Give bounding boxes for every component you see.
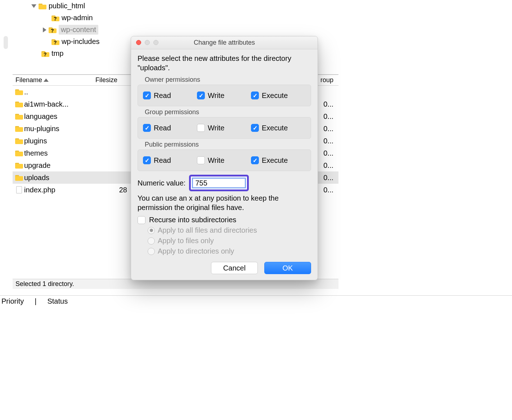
window-controls [136,40,158,45]
folder-icon [15,162,23,169]
numeric-value-label: Numeric value: [138,179,185,187]
folder-icon [15,174,23,181]
tree-label: wp-admin [62,14,93,22]
perm-label: Read [154,124,171,132]
folder-icon [39,3,46,9]
recurse-option-label: Apply to directories only [158,247,234,255]
numeric-value-hint: You can use an x at any position to keep… [138,193,311,212]
minimize-window-button [145,40,150,45]
tree-row-tmp[interactable]: ? tmp [13,48,135,59]
cancel-button[interactable]: Cancel [211,262,258,274]
dialog-title: Change file attributes [131,39,318,46]
dialog-body: Please select the new attributes for the… [131,49,318,280]
column-label: Filename [15,76,42,84]
button-label: OK [283,264,293,272]
tree-label: wp-content [59,25,98,35]
folder-icon [15,113,23,120]
column-header-status[interactable]: Status [47,297,68,305]
tree-row-wp-includes[interactable]: ? wp-includes [13,36,135,48]
file-icon [16,186,22,193]
recurse-option-label: Apply to files only [158,237,214,245]
recurse-options: Apply to all files and directories Apply… [148,226,311,255]
folder-unknown-icon: ? [49,27,57,33]
perm-label: Execute [262,91,288,100]
owner-permissions-label: Owner permissions [145,76,311,84]
recurse-checkbox[interactable] [138,216,145,224]
perm-label: Execute [262,156,288,165]
file-name: upgrade [24,161,95,170]
public-execute-checkbox[interactable] [251,156,259,164]
pane-grip[interactable] [4,36,8,49]
file-name: uploads [24,174,95,182]
file-name: index.php [24,186,95,194]
chevron-down-icon[interactable] [31,4,36,8]
owner-permissions-box: Read Write Execute [138,85,311,106]
file-name: languages [24,112,95,121]
owner-write-checkbox[interactable] [197,91,205,99]
folder-icon [15,138,23,144]
file-name: ai1wm-back... [24,100,95,108]
tree-label: wp-includes [62,37,100,46]
chevron-right-icon[interactable] [43,27,46,32]
public-permissions-box: Read Write Execute [138,149,311,171]
numeric-value-highlight [189,175,249,191]
status-strip: Selected 1 directory. [13,279,338,289]
recurse-label: Recurse into subdirectories [149,216,236,224]
recurse-option-label: Apply to all files and directories [158,226,257,234]
folder-icon [15,125,23,132]
button-label: Cancel [223,264,246,272]
file-name: mu-plugins [24,125,95,133]
folder-unknown-icon: ? [51,15,59,21]
dialog-prompt: Please select the new attributes for the… [138,54,311,72]
folder-unknown-icon: ? [51,39,59,45]
recurse-option-dirs-radio [148,248,155,255]
group-read-checkbox[interactable] [143,124,151,132]
public-write-checkbox[interactable] [197,156,205,164]
change-attributes-dialog: Change file attributes Please select the… [131,36,318,280]
ok-button[interactable]: OK [264,262,311,274]
folder-icon [15,150,23,156]
status-text: Selected 1 directory. [15,280,74,287]
tree-row-wp-admin[interactable]: ? wp-admin [13,12,135,24]
group-permissions-box: Read Write Execute [138,117,311,139]
group-permissions-label: Group permissions [145,108,311,116]
owner-read-checkbox[interactable] [143,91,151,99]
group-write-checkbox[interactable] [197,124,205,132]
perm-label: Write [208,156,224,165]
numeric-value-input[interactable] [192,178,246,188]
column-label: Filesize [95,76,117,84]
perm-label: Execute [262,124,288,132]
owner-execute-checkbox[interactable] [251,91,259,99]
folder-unknown-icon: ? [41,50,49,57]
directory-tree: public_html ? wp-admin ? wp-content ? wp… [13,0,135,59]
dialog-buttons: Cancel OK [138,262,311,274]
numeric-value-row: Numeric value: [138,175,311,191]
file-name: plugins [24,137,95,145]
dialog-titlebar[interactable]: Change file attributes [131,36,318,49]
folder-icon [15,101,23,107]
group-execute-checkbox[interactable] [251,124,259,132]
perm-label: Read [154,156,171,165]
file-name: themes [24,149,95,157]
tree-row-wp-content[interactable]: ? wp-content [13,24,135,36]
tree-row-public-html[interactable]: public_html [13,0,135,12]
recurse-option-files-radio [148,237,155,245]
public-read-checkbox[interactable] [143,156,151,164]
column-header-filesize[interactable]: Filesize [95,76,131,84]
folder-icon [15,89,23,95]
perm-label: Read [154,91,171,100]
perm-label: Write [208,124,224,132]
public-permissions-label: Public permissions [145,141,311,148]
tree-label: tmp [51,49,63,58]
column-header-filename[interactable]: Filename [13,76,95,84]
tree-label: public_html [49,2,85,10]
file-size: 28 [95,186,131,194]
sort-ascending-icon [44,79,49,82]
close-window-button[interactable] [136,40,141,45]
transfer-queue-header: Priority | Status [0,295,512,307]
perm-label: Write [208,91,224,100]
column-header-priority[interactable]: Priority [1,297,24,305]
column-divider: | [35,297,36,305]
recurse-row: Recurse into subdirectories [138,216,311,224]
zoom-window-button [153,40,158,45]
